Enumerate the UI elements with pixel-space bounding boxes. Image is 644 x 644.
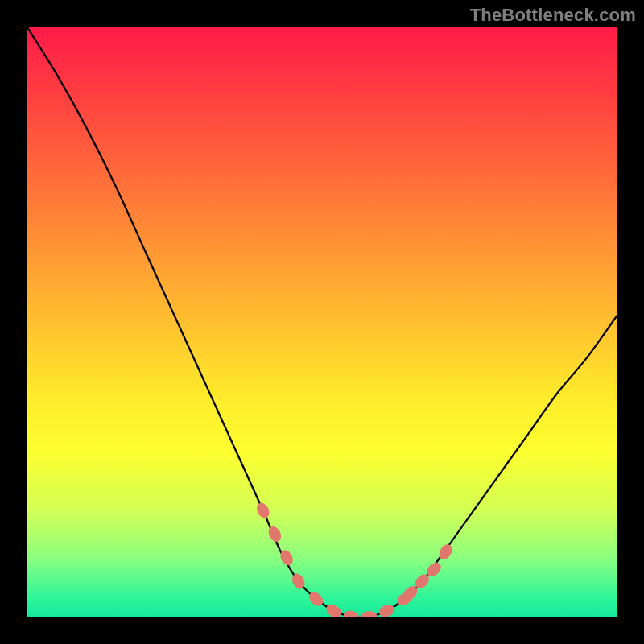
chart-overlay	[27, 27, 617, 617]
curve-marker	[342, 609, 361, 617]
chart-frame: TheBottleneck.com	[0, 0, 644, 644]
curve-marker	[324, 601, 343, 617]
curve-marker	[266, 524, 283, 543]
curve-marker	[361, 611, 378, 617]
plot-area	[27, 27, 617, 617]
bottleneck-curve	[27, 27, 617, 617]
watermark: TheBottleneck.com	[470, 5, 636, 26]
curve-marker	[254, 501, 271, 520]
curve-marker	[378, 603, 396, 617]
curve-markers	[254, 501, 455, 617]
